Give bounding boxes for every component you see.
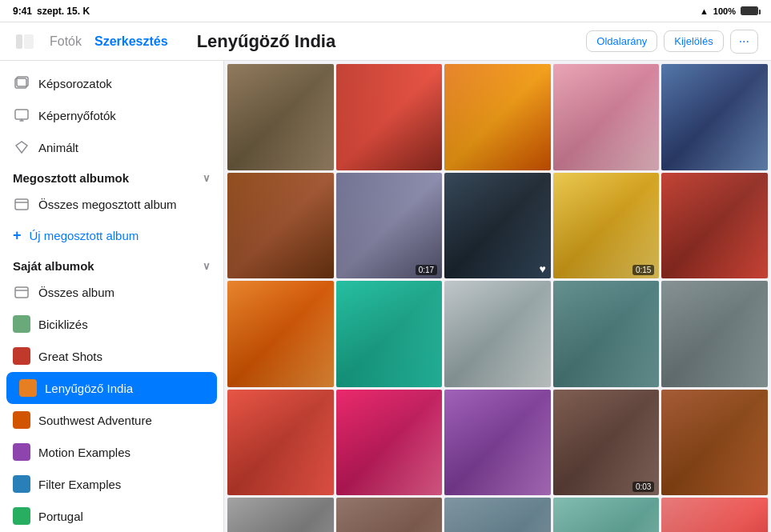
kijeloles-button[interactable]: Kijelölés [664, 30, 723, 52]
tab-szerkesztes[interactable]: Szerkesztés [94, 31, 168, 52]
sidebar-item-motion-examples[interactable]: Motion Examples [0, 436, 223, 468]
photo-cell[interactable] [444, 498, 551, 532]
main-area: Képsorozatok Képernyőfotók Animált [0, 61, 771, 532]
video-duration-badge: 0:15 [632, 265, 654, 275]
sidebar-item-southwest-adventure[interactable]: Southwest Adventure [0, 404, 223, 436]
photo-cell[interactable] [227, 390, 334, 496]
photo-cell[interactable]: ♥ [444, 173, 551, 279]
content-title-area: Lenyűgöző India Oldalarány Kijelölés ··· [178, 30, 758, 54]
photo-cell[interactable] [553, 281, 660, 387]
photo-cell[interactable] [661, 390, 768, 496]
bicikling-label: Biciklizés [38, 318, 88, 331]
time-label: 9:41 [13, 6, 32, 17]
shared-section-header: Megosztott albumok ∨ [0, 163, 223, 188]
great-shots-thumbnail [13, 347, 30, 365]
photo-cell[interactable] [661, 281, 768, 387]
osszes-megosztott-label: Összes megosztott album [38, 198, 177, 211]
sidebar-item-bicikling[interactable]: Biciklizés [0, 308, 223, 340]
nav-bar: Fotók Szerkesztés Lenyűgöző India Oldala… [0, 22, 771, 61]
svg-rect-6 [15, 287, 28, 298]
sidebar-item-uj-megosztott[interactable]: + Új megosztott album [0, 220, 223, 251]
svg-rect-4 [15, 110, 28, 119]
photo-cell[interactable] [336, 498, 443, 532]
photo-cell[interactable] [227, 281, 334, 387]
portugal-thumbnail [13, 507, 30, 525]
photo-cell[interactable]: 0:03 [553, 390, 660, 496]
sidebar-item-kepernyo[interactable]: Képernyőfotók [0, 99, 223, 131]
video-duration-badge: 0:03 [632, 482, 654, 492]
sidebar: Képsorozatok Képernyőfotók Animált [0, 61, 224, 532]
oldalarany-button[interactable]: Oldalarány [586, 30, 657, 52]
battery-icon [741, 6, 758, 15]
photo-grid-container: 0:17♥0:150:03 [224, 61, 771, 532]
sidebar-item-great-shots[interactable]: Great Shots [0, 340, 223, 372]
photo-cell[interactable] [336, 390, 443, 496]
photo-cell[interactable] [661, 173, 768, 279]
photo-cell[interactable] [227, 64, 334, 170]
lenyugozo-india-label: Lenyűgöző India [45, 382, 133, 395]
sidebar-item-portugal[interactable]: Portugal [0, 500, 223, 532]
animalt-label: Animált [38, 141, 78, 154]
tab-fotos[interactable]: Fotók [50, 31, 82, 52]
portugal-label: Portugal [38, 510, 83, 523]
photo-cell[interactable] [661, 498, 768, 532]
status-bar: 9:41 szept. 15. K ▲ 100% [0, 0, 771, 22]
photo-cell[interactable] [444, 281, 551, 387]
photo-cell[interactable] [336, 281, 443, 387]
kepsorozatok-icon [13, 74, 30, 92]
sidebar-item-kepsorozatok[interactable]: Képsorozatok [0, 67, 223, 99]
photo-cell[interactable] [227, 498, 334, 532]
osszes-album-icon [13, 283, 30, 301]
lenyugozo-india-thumbnail [19, 379, 37, 397]
photo-cell[interactable] [336, 64, 443, 170]
southwest-adventure-thumbnail [13, 411, 30, 429]
sidebar-item-filter-examples[interactable]: Filter Examples [0, 468, 223, 500]
photo-cell[interactable] [444, 64, 551, 170]
app-container: Fotók Szerkesztés Lenyűgöző India Oldala… [0, 22, 771, 532]
date-label: szept. 15. K [37, 6, 90, 17]
wifi-icon: ▲ [700, 6, 709, 16]
sidebar-toggle-button[interactable] [13, 30, 37, 54]
own-section-chevron[interactable]: ∨ [203, 260, 211, 272]
osszes-album-label: Összes album [38, 286, 114, 299]
own-section-label: Saját albumok [13, 259, 94, 273]
add-icon: + [13, 227, 22, 244]
battery-fill [741, 7, 757, 14]
filter-examples-label: Filter Examples [38, 478, 121, 491]
kepernyo-icon [13, 106, 30, 124]
video-duration-badge: 0:17 [416, 265, 437, 275]
sidebar-item-osszes-album[interactable]: Összes album [0, 276, 223, 308]
status-indicators: ▲ 100% [700, 6, 758, 16]
sidebar-item-osszes-megosztott[interactable]: Összes megosztott album [0, 188, 223, 220]
kepsorozatok-label: Képsorozatok [38, 77, 112, 90]
own-section-header: Saját albumok ∨ [0, 251, 223, 276]
photo-cell[interactable]: 0:15 [553, 173, 660, 279]
shared-section-chevron[interactable]: ∨ [203, 172, 211, 184]
battery-label: 100% [713, 6, 736, 16]
photo-cell[interactable] [553, 64, 660, 170]
kepernyo-label: Képernyőfotók [38, 109, 116, 122]
bicikling-thumbnail [13, 315, 30, 333]
motion-examples-label: Motion Examples [38, 446, 131, 459]
animalt-icon [13, 138, 30, 156]
more-button[interactable]: ··· [730, 30, 758, 54]
filter-examples-thumbnail [13, 475, 30, 493]
shared-section-label: Megosztott albumok [13, 171, 129, 185]
status-time: 9:41 szept. 15. K [13, 6, 90, 17]
photo-cell[interactable]: 0:17 [336, 173, 443, 279]
svg-rect-5 [15, 199, 28, 210]
photo-cell[interactable] [661, 64, 768, 170]
svg-rect-0 [16, 34, 22, 49]
photo-cell[interactable] [553, 498, 660, 532]
sidebar-item-lenyugozo-india[interactable]: Lenyűgöző India [6, 372, 217, 404]
title-actions: Oldalarány Kijelölés ··· [586, 30, 758, 54]
southwest-adventure-label: Southwest Adventure [38, 414, 152, 427]
sidebar-item-animalt[interactable]: Animált [0, 131, 223, 163]
nav-tabs: Fotók Szerkesztés [50, 31, 168, 52]
photo-cell[interactable] [227, 173, 334, 279]
photo-cell[interactable] [444, 390, 551, 496]
svg-rect-1 [24, 34, 34, 49]
great-shots-label: Great Shots [38, 350, 102, 363]
uj-megosztott-label: Új megosztott album [30, 229, 139, 242]
osszes-megosztott-icon [13, 195, 30, 213]
